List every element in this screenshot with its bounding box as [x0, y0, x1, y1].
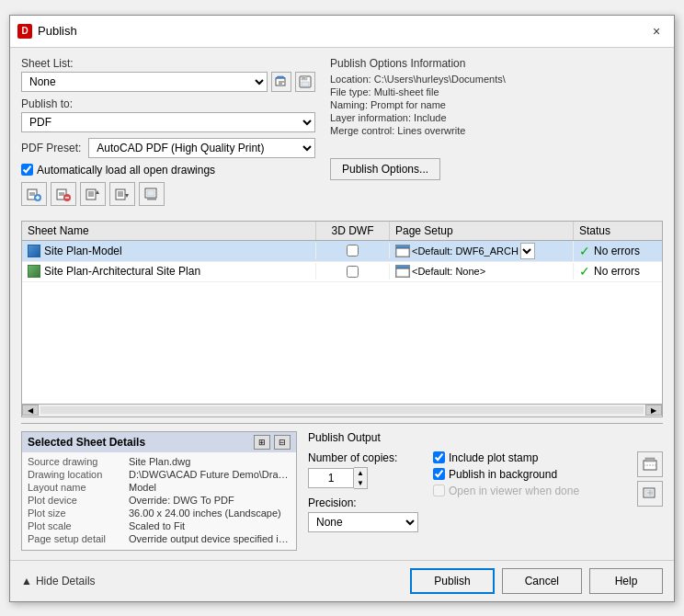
- row-status-1: ✓ No errors: [574, 242, 662, 260]
- top-section: Sheet List: None: [21, 57, 663, 213]
- setup-icon-1: [395, 245, 410, 257]
- side-icons: [637, 451, 663, 507]
- publish-options-info-title: Publish Options Information: [330, 57, 663, 70]
- dialog-title: Publish: [38, 24, 646, 38]
- info-location: Location: C:\Users\hurleys\Documents\: [330, 74, 663, 85]
- background-publish-btn[interactable]: [637, 481, 663, 507]
- pdf-preset-label: PDF Preset:: [21, 142, 81, 154]
- status-check-icon-2: ✓: [579, 264, 590, 279]
- copies-spinner: ▲ ▼: [354, 467, 368, 489]
- sheet-icon-layout: [28, 265, 40, 278]
- include-plot-stamp-checkbox[interactable]: [433, 451, 445, 463]
- setup-icon-2: [395, 265, 410, 278]
- copies-input[interactable]: [308, 468, 354, 488]
- details-body: Source drawing Site Plan.dwg Drawing loc…: [22, 452, 296, 550]
- toolbar-row: [21, 182, 315, 206]
- load-sheet-list-btn[interactable]: [271, 72, 291, 92]
- copies-up-btn[interactable]: ▲: [354, 468, 367, 478]
- detail-page-setup: Page setup detail Override output device…: [28, 533, 291, 544]
- auto-load-checkbox[interactable]: [21, 164, 33, 176]
- include-plot-stamp-row: Include plot stamp: [433, 451, 615, 464]
- move-down-btn[interactable]: [109, 182, 135, 206]
- selected-sheet-details: Selected Sheet Details ⊞ ⊟ Source drawin…: [21, 431, 297, 551]
- open-in-viewer-label: Open in viewer when done: [449, 485, 579, 497]
- header-sheet-name: Sheet Name: [22, 222, 316, 240]
- preview-btn[interactable]: [139, 182, 165, 206]
- publish-to-label: Publish to:: [21, 97, 315, 110]
- details-icon-btn-2[interactable]: ⊟: [274, 435, 291, 450]
- sheets-table: Sheet Name 3D DWF Page Setup Status Site…: [21, 221, 663, 405]
- bottom-right-buttons: Publish Cancel Help: [410, 568, 663, 594]
- publish-options-btn[interactable]: Publish Options...: [330, 158, 440, 180]
- publish-background-checkbox[interactable]: [433, 468, 445, 480]
- precision-select[interactable]: None 1 2 3: [308, 512, 418, 532]
- sheet-list-select[interactable]: None: [21, 72, 268, 92]
- close-button[interactable]: ×: [646, 21, 667, 41]
- right-panel: Publish Options Information Location: C:…: [330, 57, 663, 213]
- plot-stamp-settings-btn[interactable]: [637, 451, 663, 477]
- sheet-list-label: Sheet List:: [21, 57, 315, 70]
- save-sheet-list-btn[interactable]: [295, 72, 315, 92]
- help-button[interactable]: Help: [589, 568, 663, 594]
- include-plot-stamp-label[interactable]: Include plot stamp: [449, 451, 538, 464]
- dwf-checkbox-1[interactable]: [347, 245, 359, 257]
- scroll-right-btn[interactable]: ▶: [645, 405, 662, 416]
- details-header-icons: ⊞ ⊟: [254, 435, 291, 450]
- svg-rect-36: [645, 458, 655, 462]
- svg-rect-27: [147, 190, 154, 196]
- title-bar: D Publish ×: [10, 16, 674, 48]
- pdf-preset-row: PDF Preset: AutoCAD PDF (High Quality Pr…: [21, 138, 315, 158]
- copies-input-group: ▲ ▼: [308, 467, 418, 489]
- auto-load-row: Automatically load all open drawings: [21, 164, 315, 177]
- table-row[interactable]: Site Plan-Model <Default: DWF6_ARCH: [22, 241, 662, 262]
- row-dwf-1: [316, 243, 390, 258]
- cancel-button[interactable]: Cancel: [502, 568, 582, 594]
- add-sheet-btn[interactable]: [21, 182, 47, 206]
- table-row[interactable]: Site Plan-Architectural Site Plan <Defau…: [22, 262, 662, 282]
- publish-to-select[interactable]: PDF DWF DWFx Plotter named in page setup: [21, 112, 315, 132]
- publish-dialog: D Publish × Sheet List: None: [9, 15, 675, 602]
- row-setup-2: <Default: None>: [390, 263, 574, 279]
- copies-section: Number of copies: ▲ ▼ Precision: None: [308, 451, 418, 532]
- header-status: Status: [574, 222, 662, 240]
- setup-dropdown-1[interactable]: [520, 243, 535, 259]
- open-in-viewer-row: Open in viewer when done: [433, 485, 615, 497]
- horizontal-scrollbar[interactable]: ◀ ▶: [21, 405, 663, 417]
- table-header: Sheet Name 3D DWF Page Setup Status: [22, 222, 662, 241]
- status-check-icon-1: ✓: [579, 244, 590, 258]
- scroll-left-btn[interactable]: ◀: [22, 405, 39, 416]
- detail-source-drawing: Source drawing Site Plan.dwg: [28, 456, 291, 467]
- hide-details-btn[interactable]: ▲ Hide Details: [21, 575, 96, 587]
- scroll-track[interactable]: [40, 406, 644, 414]
- info-layer: Layer information: Include: [330, 112, 663, 123]
- dialog-body: Sheet List: None: [10, 48, 674, 560]
- bottom-bar: ▲ Hide Details Publish Cancel Help: [10, 560, 674, 601]
- dwf-checkbox-2[interactable]: [347, 266, 359, 278]
- info-file-type: File type: Multi-sheet file: [330, 86, 663, 97]
- pdf-preset-select[interactable]: AutoCAD PDF (High Quality Print) AutoCAD…: [88, 138, 315, 158]
- move-up-btn[interactable]: [80, 182, 106, 206]
- hide-details-label: Hide Details: [36, 575, 96, 587]
- publish-background-label[interactable]: Publish in background: [449, 468, 557, 481]
- svg-marker-25: [125, 194, 129, 198]
- sheet-list-row: None: [21, 72, 315, 92]
- details-icon-btn-1[interactable]: ⊞: [254, 435, 270, 450]
- svg-marker-20: [96, 190, 99, 194]
- row-sheet-name-2: Site Plan-Architectural Site Plan: [22, 263, 316, 279]
- row-status-2: ✓ No errors: [574, 262, 662, 280]
- info-merge: Merge control: Lines overwrite: [330, 125, 663, 136]
- publish-to-section: Publish to: PDF DWF DWFx Plotter named i…: [21, 97, 315, 132]
- auto-load-label[interactable]: Automatically load all open drawings: [37, 164, 215, 177]
- copies-down-btn[interactable]: ▼: [354, 478, 367, 488]
- remove-sheet-btn[interactable]: [51, 182, 76, 206]
- publish-button[interactable]: Publish: [410, 568, 494, 594]
- details-header: Selected Sheet Details ⊞ ⊟: [22, 432, 296, 452]
- header-page-setup: Page Setup: [390, 222, 574, 240]
- detail-plot-size: Plot size 36.00 x 24.00 inches (Landscap…: [28, 508, 291, 519]
- svg-rect-4: [302, 77, 305, 79]
- row-sheet-name-1: Site Plan-Model: [22, 243, 316, 259]
- open-in-viewer-checkbox[interactable]: [433, 485, 445, 496]
- spacer2: [308, 489, 418, 496]
- left-panel: Sheet List: None: [21, 57, 315, 213]
- detail-plot-scale: Plot scale Scaled to Fit: [28, 520, 291, 531]
